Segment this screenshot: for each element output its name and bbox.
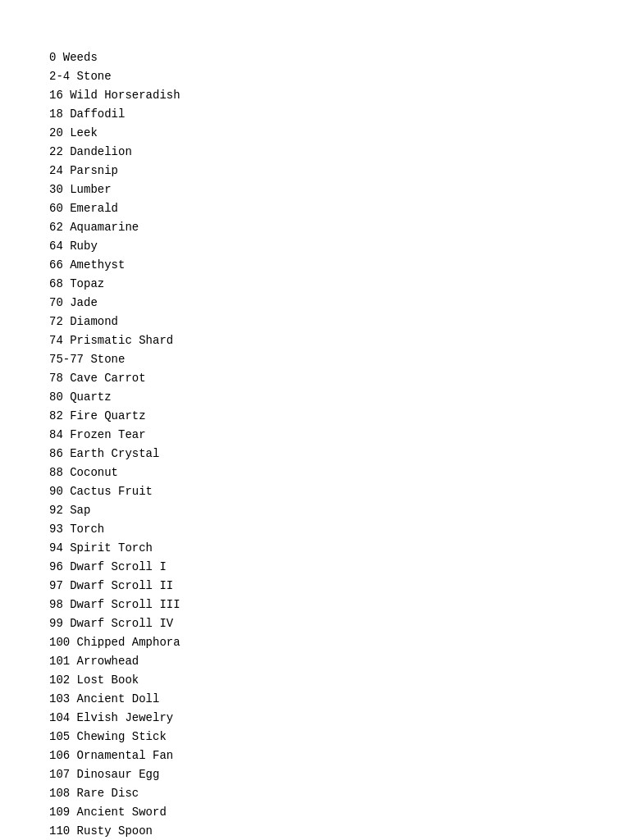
list-item: 107 Dinosaur Egg [49,766,581,783]
list-item: 30 Lumber [49,181,581,199]
list-item: 60 Emerald [49,200,581,217]
list-item: 100 Chipped Amphora [49,634,581,651]
list-item: 0 Weeds [49,49,581,66]
item-list: 0 Weeds2-4 Stone16 Wild Horseradish18 Da… [49,49,581,840]
list-item: 74 Prismatic Shard [49,332,581,349]
list-item: 78 Cave Carrot [49,370,581,387]
list-item: 98 Dwarf Scroll III [49,596,581,614]
list-item: 18 Daffodil [49,106,581,123]
list-item: 68 Topaz [49,276,581,293]
list-item: 97 Dwarf Scroll II [49,578,581,595]
list-item: 72 Diamond [49,313,581,331]
list-item: 86 Earth Crystal [49,445,581,463]
list-item: 70 Jade [49,294,581,312]
list-item: 66 Amethyst [49,257,581,274]
list-item: 93 Torch [49,521,581,538]
list-item: 82 Fire Quartz [49,408,581,425]
list-item: 102 Lost Book [49,672,581,689]
list-item: 96 Dwarf Scroll I [49,559,581,576]
list-item: 90 Cactus Fruit [49,483,581,500]
list-item: 94 Spirit Torch [49,540,581,557]
list-item: 103 Ancient Doll [49,691,581,708]
list-item: 99 Dwarf Scroll IV [49,615,581,632]
list-item: 22 Dandelion [49,144,581,161]
list-item: 80 Quartz [49,389,581,406]
list-item: 75-77 Stone [49,351,581,368]
list-item: 106 Ornamental Fan [49,747,581,765]
list-item: 109 Ancient Sword [49,804,581,821]
list-item: 104 Elvish Jewelry [49,710,581,727]
list-item: 62 Aquamarine [49,219,581,236]
list-item: 92 Sap [49,502,581,519]
list-item: 105 Chewing Stick [49,728,581,746]
list-item: 88 Coconut [49,464,581,482]
list-item: 101 Arrowhead [49,653,581,670]
list-item: 16 Wild Horseradish [49,87,581,104]
list-item: 64 Ruby [49,238,581,255]
list-item: 110 Rusty Spoon [49,823,581,840]
list-item: 24 Parsnip [49,162,581,180]
list-item: 108 Rare Disc [49,785,581,802]
list-item: 2-4 Stone [49,68,581,85]
list-item: 20 Leek [49,125,581,142]
list-item: 84 Frozen Tear [49,427,581,444]
